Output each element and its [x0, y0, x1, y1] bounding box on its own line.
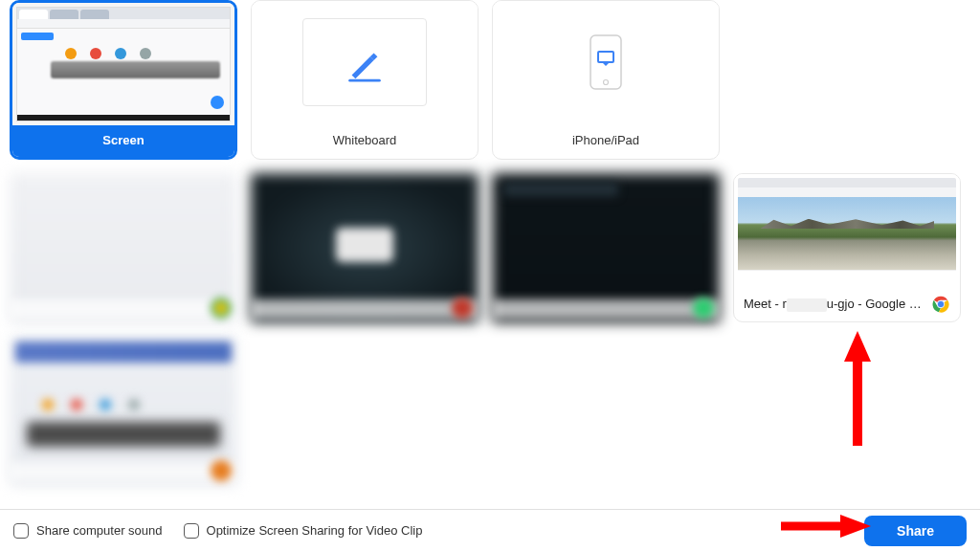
share-computer-sound-checkbox[interactable]: Share computer sound	[13, 523, 163, 539]
iphone-thumbnail	[493, 1, 719, 123]
svg-point-1	[604, 80, 609, 85]
whiteboard-thumbnail	[252, 1, 478, 123]
share-option-window-blurred-1[interactable]	[10, 173, 237, 322]
screen-thumbnail	[12, 3, 234, 125]
share-option-screen[interactable]: Screen	[10, 0, 237, 160]
optimize-video-clip-checkbox[interactable]: Optimize Screen Sharing for Video Clip	[184, 523, 423, 539]
window-caption: Meet - ru-gjo - Google C...	[744, 297, 925, 312]
share-button[interactable]: Share	[864, 516, 967, 546]
chrome-icon	[931, 295, 950, 314]
svg-rect-2	[598, 52, 613, 62]
redacted-text	[787, 298, 827, 312]
share-option-window-blurred-4[interactable]	[10, 336, 237, 485]
marker-icon	[343, 40, 387, 84]
share-option-screen-label: Screen	[12, 125, 234, 157]
checkbox-box	[13, 523, 29, 539]
footer-bar: Share computer sound Optimize Screen Sha…	[0, 509, 980, 551]
device-icon	[590, 34, 622, 90]
optimize-video-clip-label: Optimize Screen Sharing for Video Clip	[207, 523, 423, 538]
share-option-window-blurred-2[interactable]	[251, 173, 479, 322]
share-computer-sound-label: Share computer sound	[36, 523, 163, 538]
share-option-whiteboard[interactable]: Whiteboard	[251, 0, 479, 160]
share-option-window-meet-chrome[interactable]: Meet - ru-gjo - Google C...	[733, 173, 961, 322]
share-option-iphone-ipad-label: iPhone/iPad	[493, 123, 719, 159]
checkbox-box	[184, 523, 199, 539]
share-option-window-blurred-3[interactable]	[492, 173, 720, 322]
share-option-iphone-ipad[interactable]: iPhone/iPad	[492, 0, 720, 160]
meet-thumbnail	[734, 174, 960, 287]
share-option-whiteboard-label: Whiteboard	[252, 123, 478, 159]
